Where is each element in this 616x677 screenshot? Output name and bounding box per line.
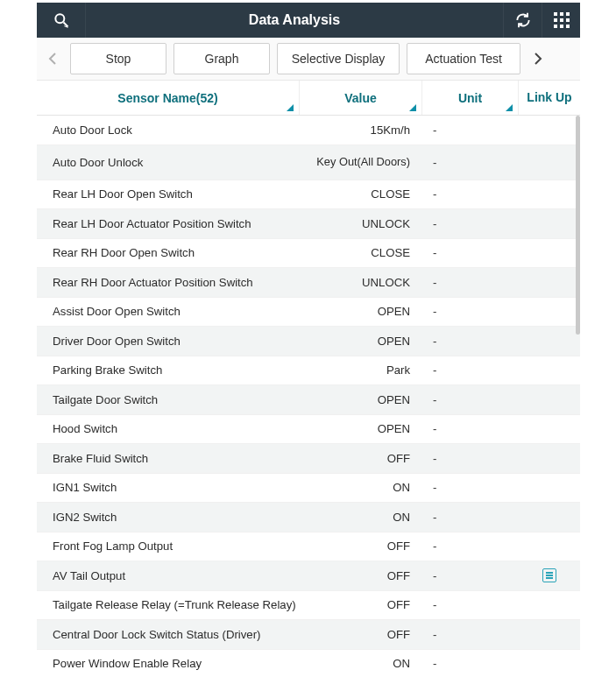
- sensor-name-cell: Driver Door Open Switch: [37, 335, 300, 348]
- table-row[interactable]: Front Fog Lamp OutputOFF-: [37, 532, 580, 562]
- sensor-unit-cell: -: [422, 452, 519, 465]
- sensor-value-cell: OFF: [300, 628, 422, 641]
- sensor-value-cell: OPEN: [300, 422, 422, 435]
- sensor-name-cell: Tailgate Door Switch: [37, 393, 300, 406]
- sensor-name-cell: Front Fog Lamp Output: [37, 539, 300, 553]
- grid-icon: [554, 12, 570, 28]
- app-topbar: Data Analysis: [37, 3, 580, 38]
- sensor-name-cell: Parking Brake Switch: [37, 363, 300, 377]
- svg-rect-8: [566, 18, 570, 22]
- table-row[interactable]: Parking Brake SwitchPark-: [37, 356, 580, 386]
- sensor-unit-cell: -: [422, 628, 519, 641]
- sensor-name-cell: Central Door Lock Switch Status (Driver): [37, 628, 300, 641]
- scroll-left-button[interactable]: [42, 45, 63, 73]
- col-sensor-name[interactable]: Sensor Name(52): [37, 81, 300, 115]
- col-unit-label: Unit: [458, 91, 482, 105]
- sensor-name-cell: Power Window Enable Relay: [37, 657, 300, 670]
- table-row[interactable]: Brake Fluid SwitchOFF-: [37, 444, 580, 474]
- sensor-unit-cell: -: [422, 539, 519, 553]
- sensor-value-cell: OPEN: [300, 393, 422, 406]
- sensor-name-cell: Brake Fluid Switch: [37, 452, 300, 465]
- graph-button[interactable]: Graph: [173, 43, 270, 74]
- table-row[interactable]: Central Door Lock Switch Status (Driver)…: [37, 620, 580, 650]
- svg-rect-7: [560, 18, 563, 22]
- svg-rect-10: [560, 25, 563, 28]
- sensor-value-cell: OFF: [300, 452, 422, 465]
- col-link-up[interactable]: Link Up: [519, 81, 580, 115]
- page-title: Data Analysis: [86, 12, 503, 28]
- table-row[interactable]: Power Window Enable RelayON-: [37, 650, 580, 677]
- note-icon: [542, 568, 556, 582]
- table-row[interactable]: Rear LH Door Actuator Position SwitchUNL…: [37, 209, 580, 239]
- scroll-right-button[interactable]: [527, 45, 549, 73]
- search-button[interactable]: [37, 3, 86, 38]
- sensor-value-cell: ON: [300, 481, 422, 494]
- sensor-value-cell: ON: [300, 511, 422, 524]
- refresh-button[interactable]: [503, 3, 542, 38]
- sensor-value-cell: OFF: [300, 539, 422, 553]
- table-row[interactable]: AV Tail OutputOFF-: [37, 561, 580, 591]
- table-row[interactable]: Rear LH Door Open SwitchCLOSE-: [37, 180, 580, 210]
- table-row[interactable]: Rear RH Door Actuator Position SwitchUNL…: [37, 268, 580, 298]
- chevron-right-icon: [534, 52, 542, 66]
- sensor-value-cell: Key Out(All Doors): [300, 156, 422, 169]
- scrollbar-thumb[interactable]: [576, 116, 580, 335]
- sensor-value-cell: OFF: [300, 598, 422, 611]
- sensor-name-cell: IGN1 Switch: [37, 481, 300, 494]
- table-row[interactable]: Tailgate Release Relay (=Trunk Release R…: [37, 591, 580, 621]
- action-toolbar: Stop Graph Selective Display Actuation T…: [37, 38, 580, 81]
- sensor-unit-cell: -: [422, 363, 519, 377]
- table-row[interactable]: Assist Door Open SwitchOPEN-: [37, 298, 580, 328]
- sensor-unit-cell: -: [422, 187, 519, 201]
- col-link-label: Link Up: [527, 91, 571, 104]
- col-sensor-label: Sensor Name(52): [117, 91, 217, 105]
- sensor-unit-cell: -: [422, 598, 519, 611]
- table-row[interactable]: Auto Door Lock15Km/h-: [37, 116, 580, 145]
- table-row[interactable]: IGN2 SwitchON-: [37, 503, 580, 532]
- sensor-value-cell: ON: [300, 657, 422, 670]
- sensor-link-cell[interactable]: [519, 568, 580, 582]
- sensor-unit-cell: -: [422, 393, 519, 406]
- sort-indicator-icon: [409, 104, 416, 111]
- sensor-unit-cell: -: [422, 246, 519, 259]
- sensor-value-cell: UNLOCK: [300, 276, 422, 289]
- table-row[interactable]: Rear RH Door Open SwitchCLOSE-: [37, 239, 580, 269]
- table-row[interactable]: IGN1 SwitchON-: [37, 474, 580, 504]
- svg-line-1: [63, 23, 67, 27]
- stop-button[interactable]: Stop: [70, 43, 166, 74]
- table-row[interactable]: Hood SwitchOPEN-: [37, 415, 580, 445]
- sensor-unit-cell: -: [422, 481, 519, 494]
- col-value[interactable]: Value: [300, 81, 422, 115]
- sensor-unit-cell: -: [422, 511, 519, 524]
- sensor-unit-cell: -: [422, 305, 519, 318]
- col-unit[interactable]: Unit: [422, 81, 519, 115]
- search-icon: [53, 11, 70, 29]
- sensor-list[interactable]: Auto Door Lock15Km/h-Auto Door UnlockKey…: [37, 116, 580, 676]
- sensor-unit-cell: -: [422, 335, 519, 348]
- sensor-unit-cell: -: [422, 156, 519, 169]
- chevron-left-icon: [48, 52, 57, 66]
- svg-point-0: [55, 14, 64, 23]
- svg-rect-6: [554, 18, 557, 22]
- sensor-name-cell: IGN2 Switch: [37, 511, 300, 524]
- sensor-unit-cell: -: [422, 569, 519, 582]
- sensor-value-cell: OPEN: [300, 335, 422, 348]
- table-row[interactable]: Tailgate Door SwitchOPEN-: [37, 385, 580, 415]
- sensor-value-cell: OPEN: [300, 305, 422, 318]
- table-row[interactable]: Auto Door UnlockKey Out(All Doors)-: [37, 145, 580, 180]
- table-header: Sensor Name(52) Value Unit Link Up: [37, 81, 580, 116]
- table-row[interactable]: Driver Door Open SwitchOPEN-: [37, 327, 580, 356]
- sensor-unit-cell: -: [422, 123, 519, 137]
- svg-rect-11: [566, 25, 570, 28]
- selective-display-button[interactable]: Selective Display: [277, 43, 400, 74]
- sensor-unit-cell: -: [422, 422, 519, 435]
- svg-rect-4: [560, 12, 563, 16]
- sensor-name-cell: Rear RH Door Actuator Position Switch: [37, 276, 300, 289]
- sensor-name-cell: Rear LH Door Actuator Position Switch: [37, 217, 300, 230]
- sensor-value-cell: OFF: [300, 569, 422, 582]
- apps-button[interactable]: [542, 3, 580, 38]
- actuation-test-button[interactable]: Actuation Test: [407, 43, 520, 74]
- sensor-name-cell: Auto Door Unlock: [37, 156, 300, 169]
- svg-rect-5: [566, 12, 570, 16]
- sensor-value-cell: 15Km/h: [300, 123, 422, 137]
